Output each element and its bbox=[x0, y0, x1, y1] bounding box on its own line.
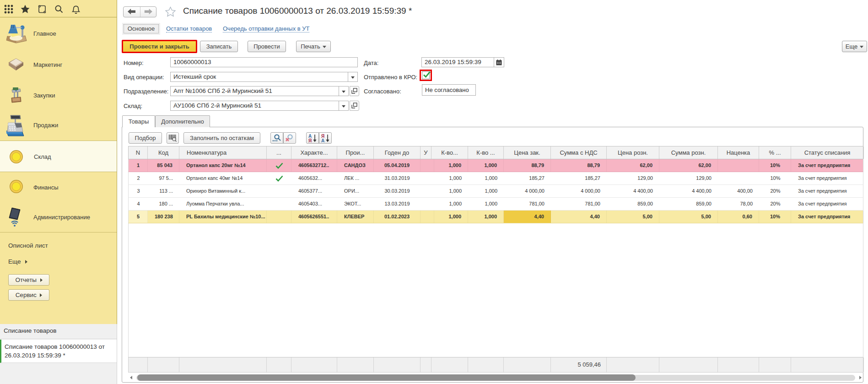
svg-text:Я: Я bbox=[308, 138, 312, 143]
svg-text:А: А bbox=[321, 138, 324, 143]
